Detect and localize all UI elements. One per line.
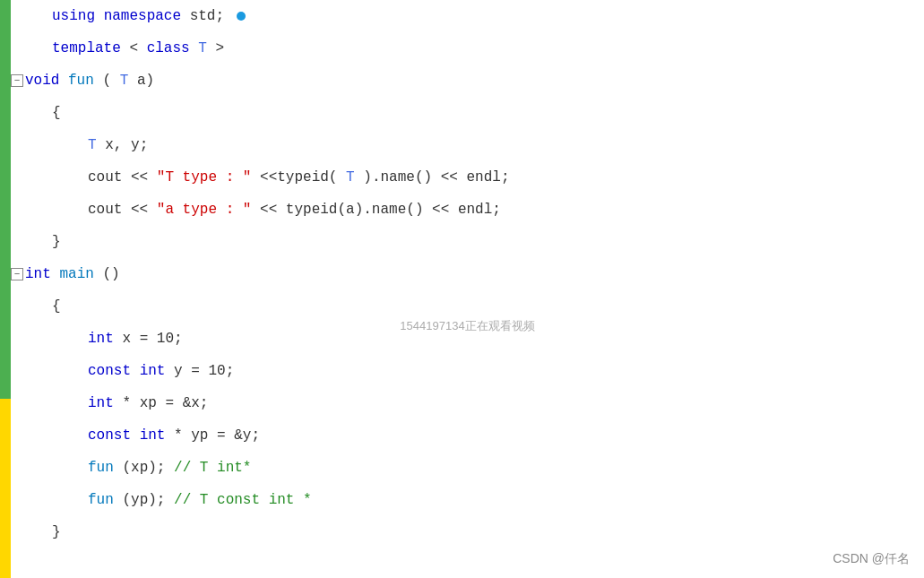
param-type-T: T — [120, 73, 129, 89]
code-line-14: const int * yp = &y; — [11, 419, 924, 452]
code-line-15: fun (xp); // T int* — [11, 452, 924, 484]
code-area: using namespace std; template < class T … — [11, 0, 924, 548]
code-line-2: template < class T > — [11, 32, 924, 65]
keyword-class: class — [147, 40, 190, 56]
keyword-const-1: const — [88, 363, 131, 379]
keyword-namespace: namespace — [104, 8, 181, 24]
keyword-int-xp: int — [88, 395, 114, 411]
call-fun-xp: fun — [88, 460, 114, 476]
keyword-int-yp: int — [140, 427, 166, 444]
code-line-13: int * xp = &x; — [11, 387, 924, 419]
code-line-12: const int y = 10; — [11, 355, 924, 387]
editor-container: 1544197134正在观看视频 using namespace std; te… — [0, 0, 924, 578]
code-line-17: } — [11, 516, 924, 548]
yellow-bar — [0, 399, 11, 578]
code-line-6: cout << "T type : " <<typeid( T ).name()… — [11, 161, 924, 194]
keyword-int-y: int — [140, 363, 166, 379]
call-fun-yp: fun — [88, 492, 114, 508]
code-line-10: { — [11, 290, 924, 323]
code-line-9: − int main () — [11, 258, 924, 290]
code-line-1: using namespace std; — [11, 0, 924, 32]
code-line-5: T x, y; — [11, 129, 924, 161]
keyword-int-x: int — [88, 331, 114, 347]
keyword-template: template — [52, 40, 121, 56]
code-line-4: { — [11, 97, 924, 129]
var-type-T: T — [88, 137, 97, 153]
left-gutter — [0, 0, 11, 578]
code-line-11: int x = 10; — [11, 323, 924, 355]
keyword-const-2: const — [88, 427, 131, 444]
csdn-label: CSDN @仟名 — [833, 551, 910, 567]
keyword-void: void — [25, 73, 59, 89]
code-line-8: } — [11, 226, 924, 258]
keyword-int-main: int — [25, 266, 51, 282]
string-a-type: "a type : " — [157, 202, 252, 218]
type-param-T: T — [198, 40, 207, 56]
fn-main: main — [59, 266, 93, 282]
fold-icon-fun[interactable]: − — [11, 74, 23, 87]
fold-icon-main[interactable]: − — [11, 268, 23, 280]
fn-fun: fun — [68, 73, 94, 89]
code-line-7: cout << "a type : " << typeid(a).name() … — [11, 194, 924, 226]
code-line-16: fun (yp); // T const int * — [11, 484, 924, 516]
comment-2: // T const int * — [174, 492, 312, 508]
string-T-type: "T type : " — [157, 169, 252, 185]
code-line-3: − void fun ( T a) — [11, 65, 924, 97]
comment-1: // T int* — [174, 460, 251, 476]
keyword-using: using — [52, 8, 95, 24]
blue-dot-indicator — [237, 12, 246, 21]
